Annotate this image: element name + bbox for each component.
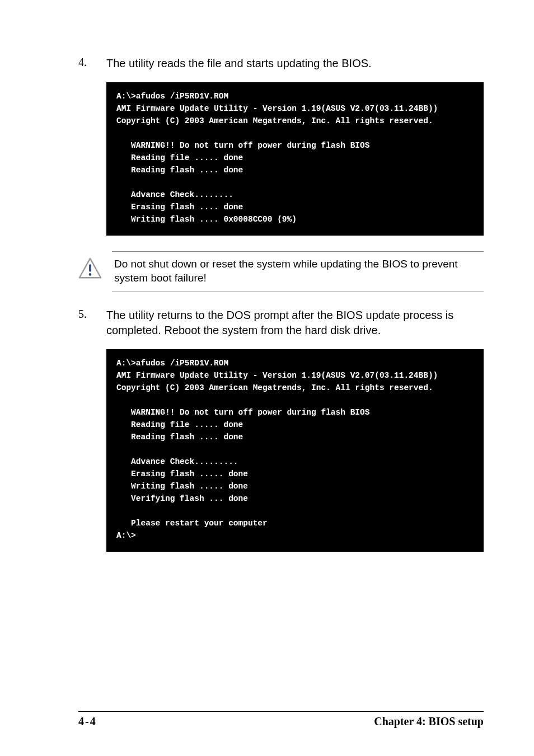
chapter-title: Chapter 4: BIOS setup [374,715,484,728]
step-number: 5. [78,308,95,338]
page-content: 4. The utility reads the file and starts… [0,0,534,716]
step-5: 5. The utility returns to the DOS prompt… [78,308,484,338]
page-footer: 4-4 Chapter 4: BIOS setup [78,711,484,728]
terminal-output-1: A:\>afudos /iP5RD1V.ROM AMI Firmware Upd… [106,82,484,236]
note-text: Do not shut down or reset the system whi… [112,251,484,292]
svg-point-2 [89,273,92,276]
warning-note: Do not shut down or reset the system whi… [78,251,484,292]
step-text: The utility returns to the DOS prompt af… [106,308,484,338]
step-number: 4. [78,56,95,71]
terminal-output-2: A:\>afudos /iP5RD1V.ROM AMI Firmware Upd… [106,349,484,552]
svg-rect-1 [89,264,91,271]
caution-icon [78,251,102,280]
step-text: The utility reads the file and starts up… [106,56,484,71]
page-number: 4-4 [78,715,97,728]
step-4: 4. The utility reads the file and starts… [78,56,484,71]
